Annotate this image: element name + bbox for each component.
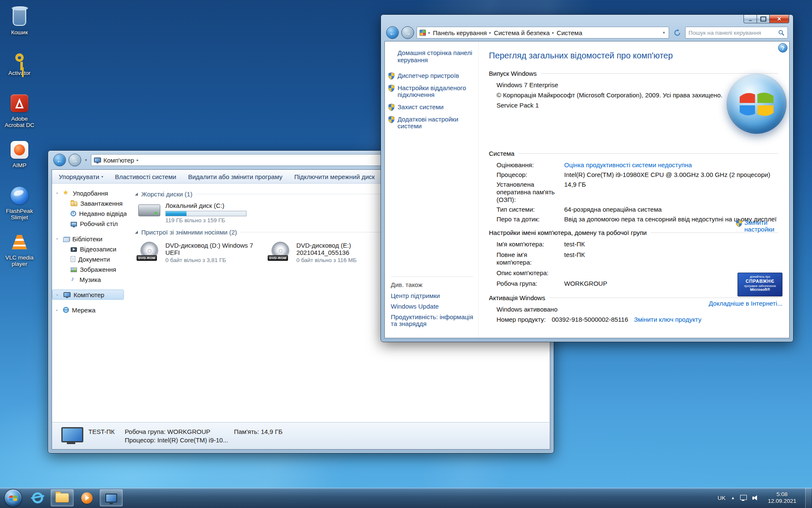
taskbar-media-player-button[interactable] — [75, 489, 98, 506]
see-also-section: Див. також Центр підтримки Windows Updat… — [391, 276, 473, 331]
sidebar-item-libraries[interactable]: Бібліотеки — [52, 234, 126, 244]
section-header-system: Система — [489, 150, 778, 157]
system-content: Домашня сторінка панелі керування Диспет… — [384, 41, 790, 338]
forward-button[interactable] — [401, 26, 414, 39]
computer-name-row: Ім'я комп'ютера:test-ПК — [497, 240, 778, 248]
rating-link[interactable]: Оцінка продуктивності системи недоступна — [564, 161, 692, 168]
sidebar-item-network[interactable]: Мережа — [52, 305, 126, 315]
computer-icon — [60, 427, 82, 445]
sidebar-item-desktop[interactable]: Робочий стіл — [52, 218, 126, 229]
recent-pages-dropdown-icon[interactable] — [84, 158, 88, 162]
sidebar-link-windows-update[interactable]: Windows Update — [391, 303, 473, 310]
search-box[interactable] — [685, 27, 788, 39]
expander-icon[interactable] — [57, 293, 58, 297]
language-indicator[interactable]: UK — [718, 495, 726, 501]
desktop-icon-acrobat[interactable]: Adobe Acrobat DC — [1, 93, 38, 128]
change-product-key-link[interactable]: Змінити ключ продукту — [634, 316, 701, 323]
drive-name: DVD-дисковод (D:) Windows 7 — [165, 242, 253, 249]
capacity-fill — [166, 211, 187, 216]
change-settings-link[interactable]: Змінити настройки — [736, 219, 780, 233]
expander-icon[interactable] — [56, 308, 58, 312]
sidebar-item-remote-settings[interactable]: Настройки віддаленого підключення — [385, 83, 478, 99]
desktop-icon-recycle-bin[interactable]: Кошик — [1, 7, 38, 36]
taskbar-explorer-button[interactable] — [51, 489, 74, 506]
address-bar[interactable]: Панель керування Система й безпека Систе… — [417, 27, 669, 39]
breadcrumb-arrow-icon — [428, 30, 431, 35]
sidebar-link-performance[interactable]: Продуктивність: інформація та знаряддя — [391, 314, 473, 327]
drive-name-line2: UEFI — [165, 249, 253, 256]
dvd-drive-e-item[interactable]: DVD-ROM DVD-дисковод (E:) 20210414_05513… — [269, 242, 357, 263]
learn-more-online-link[interactable]: Докладніше в Інтернеті... — [709, 300, 782, 307]
help-button[interactable] — [778, 43, 787, 52]
sidebar-item-advanced-settings[interactable]: Додаткові настройки системи — [385, 115, 478, 131]
forward-button[interactable] — [69, 154, 81, 166]
sidebar-item-system-protection[interactable]: Захист системи — [385, 102, 478, 112]
computer-icon — [94, 157, 101, 163]
close-button[interactable] — [770, 15, 789, 23]
refresh-button[interactable] — [672, 27, 683, 39]
breadcrumb-system[interactable]: Система — [557, 29, 582, 36]
breadcrumb-control-panel[interactable]: Панель керування — [433, 29, 487, 36]
minimize-button[interactable] — [743, 15, 757, 23]
search-input[interactable] — [689, 30, 776, 36]
expander-icon[interactable] — [56, 237, 58, 241]
sidebar-item-videos[interactable]: Відеозаписи — [52, 244, 126, 254]
start-button[interactable] — [4, 489, 22, 507]
shield-icon — [388, 72, 395, 81]
sidebar-item-music[interactable]: Музика — [52, 274, 126, 284]
taskbar: UK 5:08 12.09.2021 — [0, 488, 812, 508]
sidebar-item-favorites[interactable]: Уподобання — [52, 188, 126, 198]
back-button[interactable] — [386, 26, 399, 39]
desktop-icon-aimp[interactable]: AIMP — [1, 140, 38, 168]
libraries-icon — [63, 237, 69, 242]
maximize-button[interactable] — [757, 15, 770, 23]
show-hidden-icons-button[interactable] — [731, 496, 735, 500]
rating-row: Оцінювання: Оцінка продуктивності систем… — [497, 161, 778, 169]
workgroup-text: Робоча група: WORKGROUP — [125, 428, 210, 436]
volume-icon[interactable] — [752, 495, 759, 501]
breadcrumb-computer[interactable]: Комп'ютер — [104, 157, 134, 164]
sidebar-item-downloads[interactable]: Завантаження — [52, 198, 126, 208]
system-properties-button[interactable]: Властивості системи — [115, 173, 176, 180]
desktop-icon-vlc[interactable]: VLC media player — [1, 232, 38, 267]
sidebar-item-recent[interactable]: Недавно відвідане — [52, 208, 126, 218]
dvd-drive-d-item[interactable]: DVD-ROM DVD-дисковод (D:) Windows 7 UEFI… — [138, 242, 253, 263]
desktop-icon-slimjet[interactable]: FlashPeak Slimjet — [1, 185, 38, 221]
back-button[interactable] — [53, 154, 66, 166]
sidebar-link-action-center[interactable]: Центр підтримки — [391, 293, 473, 299]
uninstall-program-button[interactable]: Видалити або змінити програму — [188, 173, 283, 180]
dvd-drive-icon: DVD-ROM — [138, 242, 160, 260]
desktop-icon-label: Activator — [8, 70, 31, 76]
map-network-drive-button[interactable]: Підключити мережний диск — [294, 173, 375, 180]
collapse-triangle-icon[interactable] — [135, 231, 138, 234]
chevron-down-icon — [102, 175, 103, 179]
sidebar-home-link[interactable]: Домашня сторінка панелі керування — [385, 49, 478, 64]
sidebar-item-device-manager[interactable]: Диспетчер пристроїв — [385, 71, 478, 80]
sidebar-item-pictures[interactable]: Зображення — [52, 264, 126, 274]
see-also-header: Див. також — [391, 276, 473, 288]
show-desktop-button[interactable] — [805, 488, 811, 508]
breadcrumb-arrow-icon[interactable] — [137, 158, 139, 162]
desktop-icon-activator[interactable]: Activator — [1, 47, 38, 76]
taskbar-system-window-button[interactable] — [100, 489, 123, 506]
collapse-triangle-icon[interactable] — [135, 193, 138, 196]
expander-icon[interactable] — [56, 191, 58, 195]
taskbar-internet-explorer-button[interactable] — [26, 489, 49, 506]
sidebar-item-computer[interactable]: Комп'ютер — [52, 290, 124, 300]
organize-button[interactable]: Упорядкувати — [59, 173, 103, 180]
slimjet-icon — [9, 185, 30, 206]
address-dropdown-icon[interactable] — [661, 30, 666, 35]
dvd-drive-icon: DVD-ROM — [269, 242, 291, 260]
dvd-rom-badge: DVD-ROM — [268, 255, 288, 261]
breadcrumb-system-security[interactable]: Система й безпека — [494, 29, 550, 36]
search-icon — [778, 30, 785, 36]
shield-icon — [736, 220, 742, 228]
clock[interactable]: 5:08 12.09.2021 — [764, 491, 800, 505]
system-type-row: Тип системи:64-розрядна операційна систе… — [497, 206, 778, 213]
internet-explorer-icon — [32, 492, 43, 503]
network-icon — [63, 307, 69, 313]
ram-row: Установлена оперативна пам'ять (ОЗП):14,… — [497, 181, 778, 204]
desktop-icon-label: Кошик — [11, 29, 28, 36]
network-icon[interactable] — [740, 495, 747, 501]
sidebar-item-documents[interactable]: Документи — [52, 254, 126, 264]
